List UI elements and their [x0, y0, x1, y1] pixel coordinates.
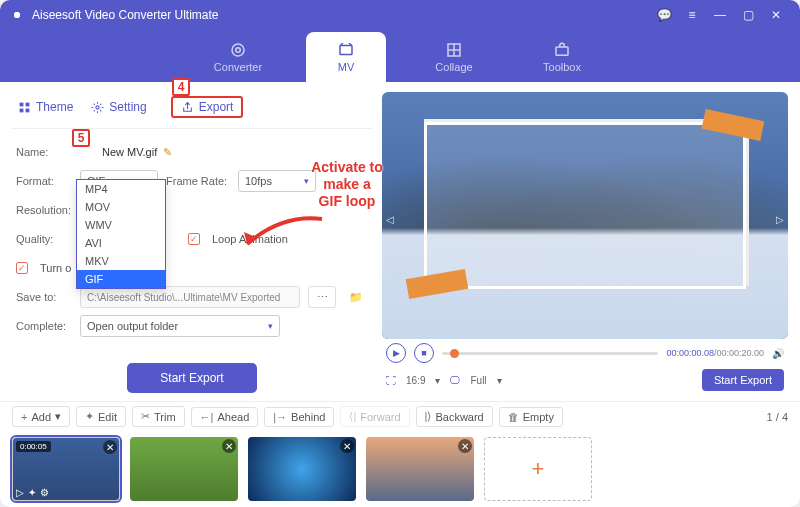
option-avi[interactable]: AVI	[77, 234, 165, 252]
thumb-remove-icon[interactable]: ✕	[222, 439, 236, 453]
forward-icon: ⟨|	[349, 410, 356, 423]
export-form: 5 Name: New MV.gif✎ Format: GIF▾ Frame R…	[12, 129, 372, 393]
callout-5: 5	[72, 129, 90, 147]
wand-icon: ✦	[85, 410, 94, 423]
full-value[interactable]: Full	[470, 375, 486, 386]
svg-rect-2	[340, 46, 352, 55]
tab-theme[interactable]: Theme	[18, 100, 73, 114]
ahead-icon: ←|	[200, 411, 214, 423]
thumb-actions: ▷✦⚙	[16, 487, 49, 498]
plus-icon: +	[21, 411, 27, 423]
edit-name-icon[interactable]: ✎	[163, 146, 172, 159]
behind-button[interactable]: |→Behind	[264, 407, 334, 427]
chevron-down-icon: ▾	[55, 410, 61, 423]
saveto-label: Save to:	[16, 291, 72, 303]
add-button[interactable]: +Add▾	[12, 406, 70, 427]
nav-mv[interactable]: MV	[306, 32, 386, 82]
option-mp4[interactable]: MP4	[77, 180, 165, 198]
time-display: 00:00:00.08/00:00:20.00	[666, 348, 764, 358]
handle-left-icon[interactable]: ◁	[386, 216, 394, 224]
option-mov[interactable]: MOV	[77, 198, 165, 216]
nav-collage[interactable]: Collage	[414, 32, 494, 82]
framerate-label: Frame Rate:	[166, 175, 230, 187]
pager: 1 / 4	[767, 411, 788, 423]
backward-icon: |⟩	[425, 410, 432, 423]
handle-right-icon[interactable]: ▷	[776, 216, 784, 224]
thumb-remove-icon[interactable]: ✕	[103, 440, 117, 454]
svg-rect-6	[556, 47, 568, 55]
progress-handle[interactable]	[450, 349, 459, 358]
name-label: Name:	[16, 146, 72, 158]
svg-point-11	[96, 106, 99, 109]
play-icon[interactable]: ▷	[16, 487, 24, 498]
subtabs: Theme Setting Export 4	[12, 92, 372, 129]
trash-icon: 🗑	[508, 411, 519, 423]
callout-4: 4	[172, 78, 190, 96]
scissors-icon: ✂	[141, 410, 150, 423]
complete-label: Complete:	[16, 320, 72, 332]
add-clip-button[interactable]: +	[484, 437, 592, 501]
format-dropdown: MP4 MOV WMV AVI MKV GIF	[76, 179, 166, 289]
nav-converter[interactable]: Converter	[198, 32, 278, 82]
browse-button[interactable]: ⋯	[308, 286, 336, 308]
loop-checkbox[interactable]: ✓	[188, 233, 200, 245]
thumb-3[interactable]: ✕	[248, 437, 356, 501]
trim-button[interactable]: ✂Trim	[132, 406, 185, 427]
preview-area[interactable]: ◁ ▷	[382, 92, 788, 339]
thumb-2[interactable]: ✕	[130, 437, 238, 501]
screen-icon[interactable]: 🖵	[450, 375, 460, 386]
top-nav: Converter MV Collage Toolbox	[0, 30, 800, 82]
resolution-label: Resolution:	[16, 204, 72, 216]
close-icon[interactable]: ✕	[762, 1, 790, 29]
thumb-4[interactable]: ✕	[366, 437, 474, 501]
aspect-value[interactable]: 16:9	[406, 375, 425, 386]
quality-label: Quality:	[16, 233, 72, 245]
volume-icon[interactable]: 🔊	[772, 348, 784, 359]
stop-button[interactable]: ■	[414, 343, 434, 363]
feedback-icon[interactable]: 💬	[650, 1, 678, 29]
right-panel: ◁ ▷ ▶ ■ 00:00:00.08/00:00:20.00 🔊 ⛶ 16:9…	[382, 92, 788, 393]
option-gif[interactable]: GIF	[77, 270, 165, 288]
format-label: Format:	[16, 175, 72, 187]
gpu-checkbox[interactable]: ✓	[16, 262, 28, 274]
minimize-icon[interactable]: —	[706, 1, 734, 29]
start-export-button-2[interactable]: Start Export	[702, 369, 784, 391]
thumbnail-strip: 0:00:05 ✕ ▷✦⚙ ✕ ✕ ✕ +	[0, 432, 800, 507]
titlebar: Aiseesoft Video Converter Ultimate 💬 ≡ —…	[0, 0, 800, 30]
chevron-down-icon: ▾	[497, 375, 502, 386]
forward-button: ⟨|Forward	[340, 406, 409, 427]
thumb-duration: 0:00:05	[16, 441, 51, 452]
edit-button[interactable]: ✦Edit	[76, 406, 126, 427]
open-folder-icon[interactable]: 📁	[344, 286, 368, 308]
app-title: Aiseesoft Video Converter Ultimate	[32, 8, 219, 22]
nav-toolbox[interactable]: Toolbox	[522, 32, 602, 82]
start-export-button[interactable]: Start Export	[127, 363, 257, 393]
wand-icon[interactable]: ✦	[28, 487, 36, 498]
menu-icon[interactable]: ≡	[678, 1, 706, 29]
clip-toolbar: +Add▾ ✦Edit ✂Trim ←|Ahead |→Behind ⟨|For…	[0, 401, 800, 431]
left-panel: Theme Setting Export 4 5 Name: New MV.gi…	[12, 92, 372, 393]
empty-button[interactable]: 🗑Empty	[499, 407, 563, 427]
thumb-remove-icon[interactable]: ✕	[340, 439, 354, 453]
preview-frame[interactable]	[424, 122, 746, 289]
option-wmv[interactable]: WMV	[77, 216, 165, 234]
backward-button[interactable]: |⟩Backward	[416, 406, 493, 427]
tab-export[interactable]: Export	[171, 96, 244, 118]
gear-icon[interactable]: ⚙	[40, 487, 49, 498]
body: Theme Setting Export 4 5 Name: New MV.gi…	[0, 82, 800, 401]
progress-bar[interactable]	[442, 352, 658, 355]
aspect-icon[interactable]: ⛶	[386, 375, 396, 386]
svg-point-1	[236, 48, 241, 53]
play-button[interactable]: ▶	[386, 343, 406, 363]
tab-setting[interactable]: Setting	[91, 100, 146, 114]
option-mkv[interactable]: MKV	[77, 252, 165, 270]
svg-rect-8	[26, 103, 30, 107]
complete-select[interactable]: Open output folder▾	[80, 315, 280, 337]
ahead-button[interactable]: ←|Ahead	[191, 407, 259, 427]
thumb-remove-icon[interactable]: ✕	[458, 439, 472, 453]
svg-point-0	[232, 44, 244, 56]
annotation-hint: Activate tomake aGIF loop	[292, 159, 402, 209]
maximize-icon[interactable]: ▢	[734, 1, 762, 29]
chevron-down-icon: ▾	[435, 375, 440, 386]
thumb-1[interactable]: 0:00:05 ✕ ▷✦⚙	[12, 437, 120, 501]
